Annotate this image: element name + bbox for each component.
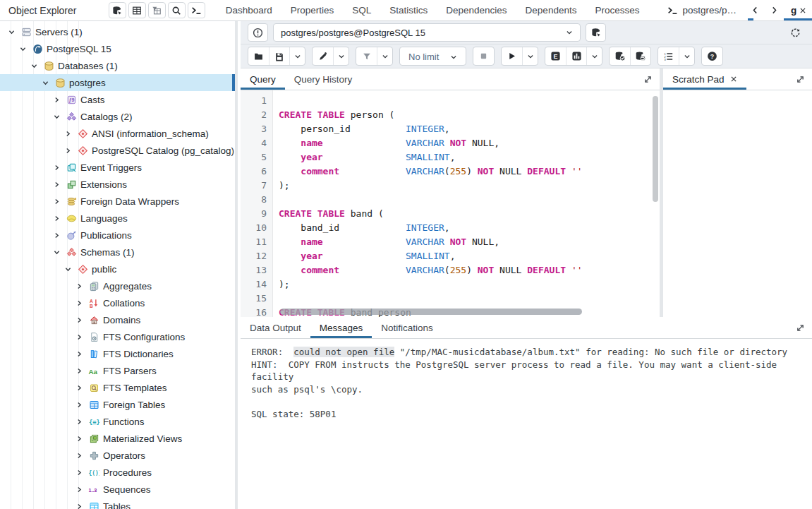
table-grid-button[interactable] bbox=[128, 2, 146, 18]
tree-item-fts-dictionaries[interactable]: FTS Dictionaries bbox=[0, 345, 235, 362]
tree-item-schemas-1[interactable]: Schemas (1) bbox=[0, 244, 235, 261]
row-limit-select[interactable]: No limit bbox=[400, 47, 466, 66]
expand-output-button[interactable] bbox=[789, 317, 812, 338]
refresh-layout-button[interactable] bbox=[785, 28, 805, 38]
tree-item-fts-configurations[interactable]: FTS Configurations bbox=[0, 328, 235, 345]
tab-messages[interactable]: Messages bbox=[310, 317, 372, 338]
chevron-down-icon[interactable] bbox=[40, 78, 51, 88]
sql-editor[interactable]: 12CREATE TABLE person (3 person_id INTEG… bbox=[241, 90, 660, 317]
scratch-pad-area[interactable] bbox=[663, 90, 812, 317]
tab-scratch-pad[interactable]: Scratch Pad bbox=[663, 68, 746, 90]
tree-item-casts[interactable]: ƒ9Casts bbox=[0, 91, 235, 108]
tab-statistics[interactable]: Statistics bbox=[380, 0, 437, 20]
tree-item-catalogs-2[interactable]: Catalogs (2) bbox=[0, 108, 235, 125]
tree-item-databases-1[interactable]: Databases (1) bbox=[0, 57, 235, 74]
chevron-right-icon[interactable] bbox=[74, 501, 85, 509]
tree-item-operators[interactable]: Operators bbox=[0, 447, 235, 464]
tab-processes[interactable]: Processes bbox=[586, 0, 648, 20]
play-button[interactable] bbox=[502, 47, 522, 65]
tree-item-postgresql-catalog-pg-catalog[interactable]: PostgreSQL Catalog (pg_catalog) bbox=[0, 142, 235, 159]
help-button[interactable]: ? bbox=[702, 47, 722, 65]
chevron-down-icon[interactable] bbox=[6, 27, 17, 37]
tree-item-languages[interactable]: Languages bbox=[0, 210, 235, 227]
chevron-down-button[interactable] bbox=[522, 47, 538, 65]
tab-scroll-left-button[interactable] bbox=[746, 0, 765, 20]
close-icon[interactable] bbox=[799, 7, 806, 14]
chevron-right-icon[interactable] bbox=[51, 179, 62, 190]
filter-button[interactable] bbox=[356, 47, 377, 65]
chevron-right-icon[interactable] bbox=[51, 162, 62, 173]
expand-editor-button[interactable] bbox=[636, 68, 660, 90]
rollback-button[interactable] bbox=[630, 47, 650, 65]
chevron-right-icon[interactable] bbox=[74, 467, 85, 478]
tab-sql[interactable]: SQL bbox=[343, 0, 380, 20]
edit-button[interactable] bbox=[313, 47, 333, 65]
tree-item-functions[interactable]: {≡}Functions bbox=[0, 413, 235, 430]
tab-query[interactable]: Query bbox=[241, 68, 285, 90]
chevron-right-icon[interactable] bbox=[74, 298, 85, 309]
chevron-down-icon[interactable] bbox=[63, 264, 73, 275]
tree-item-event-triggers[interactable]: Event Triggers bbox=[0, 159, 235, 176]
macro-list-button[interactable]: 123 bbox=[658, 47, 679, 65]
tree-item-postgresql-15[interactable]: PostgreSQL 15 bbox=[0, 40, 235, 57]
chevron-right-icon[interactable] bbox=[51, 196, 62, 207]
terminal-button[interactable] bbox=[188, 2, 205, 18]
tab-scroll-right-button[interactable] bbox=[765, 0, 784, 20]
chevron-down-button[interactable] bbox=[679, 47, 694, 65]
chevron-right-icon[interactable] bbox=[74, 400, 85, 410]
tree-item-extensions[interactable]: Extensions bbox=[0, 176, 235, 193]
tab-query-tool-active[interactable]: g bbox=[784, 0, 812, 20]
expand-scratch-pad-button[interactable] bbox=[789, 68, 812, 90]
chevron-right-icon[interactable] bbox=[74, 315, 85, 325]
tree-item-aggregates[interactable]: Aggregates bbox=[0, 277, 235, 294]
tab-dashboard[interactable]: Dashboard bbox=[217, 0, 281, 20]
close-icon[interactable] bbox=[730, 76, 737, 83]
tab-properties[interactable]: Properties bbox=[281, 0, 344, 20]
chevron-right-icon[interactable] bbox=[63, 145, 73, 156]
tab-query-history[interactable]: Query History bbox=[285, 68, 362, 90]
chevron-down-button[interactable] bbox=[377, 47, 392, 65]
chevron-down-icon[interactable] bbox=[29, 61, 40, 71]
chevron-right-icon[interactable] bbox=[74, 366, 85, 376]
tree-item-foreign-data-wrappers[interactable]: Foreign Data Wrappers bbox=[0, 193, 235, 210]
chevron-down-icon[interactable] bbox=[18, 44, 28, 54]
save-button[interactable] bbox=[269, 47, 289, 65]
commit-button[interactable] bbox=[610, 47, 630, 65]
explain-button[interactable]: E bbox=[545, 47, 566, 65]
tree-item-materialized-views[interactable]: Materialized Views bbox=[0, 430, 235, 447]
chevron-right-icon[interactable] bbox=[51, 95, 62, 105]
chevron-down-button[interactable] bbox=[289, 47, 305, 65]
filter-table-button[interactable] bbox=[148, 2, 166, 18]
tree-item-servers-1[interactable]: Servers (1) bbox=[0, 23, 235, 40]
chevron-right-icon[interactable] bbox=[74, 450, 85, 461]
chevron-right-icon[interactable] bbox=[51, 213, 62, 224]
chevron-down-button[interactable] bbox=[333, 47, 349, 65]
tab-notifications[interactable]: Notifications bbox=[372, 317, 442, 338]
chevron-down-icon[interactable] bbox=[51, 247, 62, 258]
tree-item-ansi-information-schema[interactable]: ANSI (information_schema) bbox=[0, 125, 235, 142]
tree-item-tables[interactable]: Tables bbox=[0, 498, 235, 509]
editor-horizontal-scrollbar[interactable] bbox=[280, 309, 582, 315]
tab-data-output[interactable]: Data Output bbox=[241, 317, 310, 338]
connection-select[interactable]: postgres/postgres@PostgreSQL 15 bbox=[273, 23, 581, 42]
database-sync-button[interactable] bbox=[109, 2, 126, 18]
tree-item-fts-templates[interactable]: FTS Templates bbox=[0, 379, 235, 396]
chevron-down-button[interactable] bbox=[586, 47, 602, 65]
tree-item-fts-parsers[interactable]: AaFTS Parsers bbox=[0, 362, 235, 379]
chevron-right-icon[interactable] bbox=[74, 332, 85, 342]
chevron-down-icon[interactable] bbox=[51, 112, 62, 122]
connection-status-button[interactable] bbox=[248, 23, 268, 42]
tab-dependents[interactable]: Dependents bbox=[516, 0, 586, 20]
stop-button[interactable] bbox=[473, 47, 494, 65]
chevron-right-icon[interactable] bbox=[63, 128, 73, 139]
tree-item-sequences[interactable]: 1..3Sequences bbox=[0, 481, 235, 498]
chevron-right-icon[interactable] bbox=[74, 433, 85, 444]
chevron-right-icon[interactable] bbox=[74, 383, 85, 393]
search-button[interactable] bbox=[168, 2, 186, 18]
tree-item-foreign-tables[interactable]: Foreign Tables bbox=[0, 396, 235, 413]
chevron-right-icon[interactable] bbox=[51, 230, 62, 241]
folder-open-button[interactable] bbox=[248, 47, 269, 65]
tree-item-collations[interactable]: ABCollations bbox=[0, 294, 235, 311]
chevron-right-icon[interactable] bbox=[74, 349, 85, 359]
tree-item-postgres[interactable]: postgres bbox=[0, 74, 235, 91]
